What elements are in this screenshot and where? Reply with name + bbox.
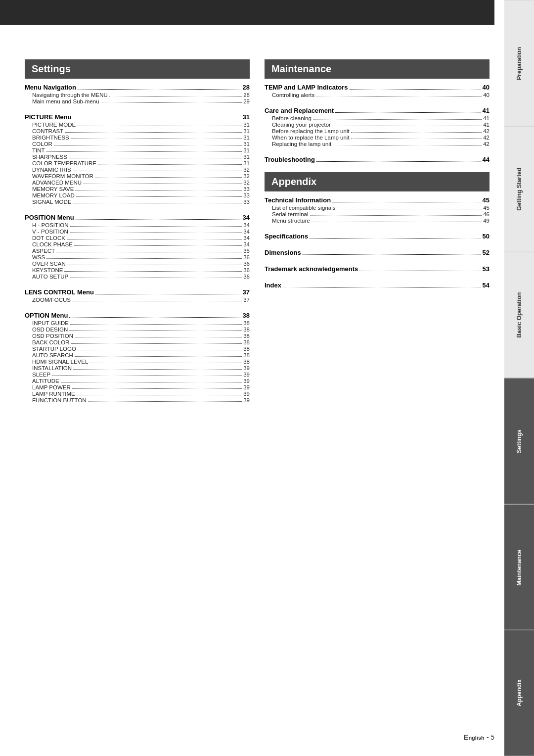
tab-preparation[interactable]: Preparation — [504, 0, 534, 126]
list-item: ZOOM/FOCUS 37 — [32, 297, 250, 303]
list-item: Menu structure 49 — [272, 218, 490, 224]
top-bar — [0, 0, 494, 25]
picture-menu-item: PICTURE Menu 31 — [25, 113, 250, 121]
position-menu-item: POSITION Menu 34 — [25, 214, 250, 221]
side-tabs: Preparation Getting Started Basic Operat… — [504, 0, 534, 756]
page-wrapper: Preparation Getting Started Basic Operat… — [0, 0, 534, 756]
list-item: SIGNAL MODE 33 — [32, 199, 250, 205]
tab-settings[interactable]: Settings — [504, 378, 534, 504]
trademark-item: Trademark acknowledgements 53 — [265, 265, 490, 273]
dimensions-item: Dimensions 52 — [265, 249, 490, 256]
footer: English - 5 — [464, 733, 494, 741]
troubleshooting-item: Troubleshooting 44 — [265, 156, 490, 163]
option-menu-item: OPTION Menu 38 — [25, 312, 250, 319]
temp-lamp-item: TEMP and LAMP Indicators 40 — [265, 84, 490, 91]
list-item: AUTO SETUP 36 — [32, 274, 250, 280]
maintenance-header: Maintenance — [265, 59, 490, 79]
menu-nav-item: Menu Navigation 28 — [25, 84, 250, 91]
tab-basic-operation[interactable]: Basic Operation — [504, 252, 534, 378]
main-content: Settings Menu Navigation 28 Navigating t… — [0, 30, 504, 433]
list-item: Controlling alerts 40 — [272, 92, 490, 98]
lens-control-menu-item: LENS CONTROL Menu 37 — [25, 288, 250, 296]
tab-appendix[interactable]: Appendix — [504, 630, 534, 756]
specifications-item: Specifications 50 — [265, 233, 490, 240]
footer-page-number: - 5 — [487, 733, 494, 741]
tab-maintenance[interactable]: Maintenance — [504, 504, 534, 630]
settings-header: Settings — [25, 59, 250, 79]
left-column: Settings Menu Navigation 28 Navigating t… — [25, 59, 250, 404]
list-item: Main menu and Sub-menu 29 — [32, 98, 250, 104]
appendix-header: Appendix — [265, 172, 490, 191]
list-item: FUNCTION BUTTON 39 — [32, 397, 250, 403]
right-column: Maintenance TEMP and LAMP Indicators 40 … — [265, 59, 490, 404]
list-item: Replacing the lamp unit 42 — [272, 141, 490, 147]
footer-english-label: English — [464, 733, 485, 741]
index-item: Index 54 — [265, 282, 490, 289]
tech-info-item: Technical Information 45 — [265, 196, 490, 204]
care-replacement-item: Care and Replacement 41 — [265, 107, 490, 114]
tab-getting-started[interactable]: Getting Started — [504, 126, 534, 252]
